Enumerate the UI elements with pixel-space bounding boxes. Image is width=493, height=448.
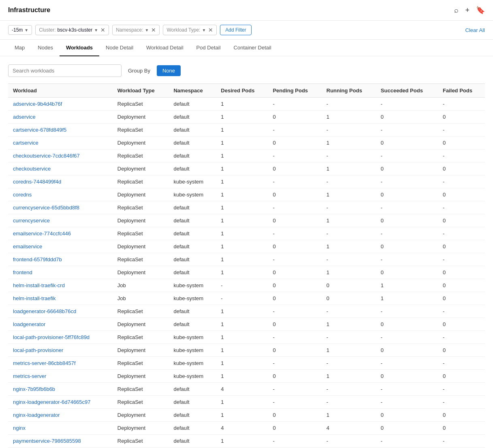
tab-workload-detail[interactable]: Workload Detail: [140, 40, 190, 56]
table-cell: -: [322, 149, 376, 162]
none-button[interactable]: None: [157, 65, 181, 76]
table-row: helm-install-traefikJobkube-system-0010: [8, 292, 485, 305]
workload-name-cell[interactable]: nginx-loadgenerator-6d74665c97: [8, 396, 113, 409]
tab-nodes[interactable]: Nodes: [31, 40, 60, 56]
tab-container-detail[interactable]: Container Detail: [227, 40, 278, 56]
tab-workloads[interactable]: Workloads: [60, 40, 99, 56]
table-cell: -: [376, 149, 438, 162]
table-cell: kube-system: [169, 175, 216, 188]
table-cell: 1: [216, 435, 268, 448]
cluster-remove-icon[interactable]: ✕: [100, 27, 105, 33]
cluster-filter[interactable]: Cluster: bscv-k3s-cluster ▼ ✕: [35, 25, 109, 35]
table-cell: 0: [438, 318, 485, 331]
table-cell: -: [268, 357, 321, 370]
workload-name-cell[interactable]: checkoutservice: [8, 162, 113, 175]
table-cell: 0: [268, 188, 321, 201]
workload-name-cell[interactable]: nginx: [8, 422, 113, 435]
table-cell: 0: [438, 214, 485, 227]
workload-name-cell[interactable]: coredns-7448499f4d: [8, 175, 113, 188]
tab-map[interactable]: Map: [8, 40, 31, 56]
table-cell: 0: [376, 240, 438, 253]
namespace-remove-icon[interactable]: ✕: [151, 27, 156, 33]
workload-name-cell[interactable]: local-path-provisioner-5ff76fc89d: [8, 331, 113, 344]
workload-name-cell[interactable]: cartservice-678fd849f5: [8, 124, 113, 137]
workload-name-cell[interactable]: local-path-provisioner: [8, 344, 113, 357]
workload-name-cell[interactable]: emailservice-774ccfc446: [8, 227, 113, 240]
workload-name-cell[interactable]: metrics-server: [8, 370, 113, 383]
content-area: Group By None Workload Workload Type Nam…: [0, 56, 493, 448]
table-cell: 1: [322, 370, 376, 383]
workload-name-cell[interactable]: currencyservice: [8, 214, 113, 227]
namespace-filter[interactable]: Namespace: ▼ ✕: [112, 25, 160, 35]
table-cell: default: [169, 137, 216, 149]
clear-all-button[interactable]: Clear All: [465, 27, 485, 33]
table-cell: kube-system: [169, 331, 216, 344]
table-cell: 0: [268, 266, 321, 279]
workload-type-filter[interactable]: Workload Type: ▼ ✕: [163, 25, 217, 35]
add-filter-button[interactable]: Add Filter: [220, 25, 251, 35]
table-row: checkoutserviceDeploymentdefault10100: [8, 162, 485, 175]
table-cell: Deployment: [113, 409, 169, 422]
table-cell: ReplicaSet: [113, 357, 169, 370]
tab-node-detail[interactable]: Node Detail: [99, 40, 140, 56]
table-row: coredns-7448499f4dReplicaSetkube-system1…: [8, 175, 485, 188]
workload-name-cell[interactable]: helm-install-traefik-crd: [8, 279, 113, 292]
table-cell: 1: [216, 318, 268, 331]
table-cell: Deployment: [113, 214, 169, 227]
table-cell: 0: [268, 214, 321, 227]
workload-name-cell[interactable]: metrics-server-86cbb8457f: [8, 357, 113, 370]
time-filter[interactable]: -15m ▼: [8, 25, 32, 35]
table-cell: Deployment: [113, 344, 169, 357]
table-cell: default: [169, 422, 216, 435]
table-cell: 0: [268, 279, 321, 292]
workload-name-cell[interactable]: nginx-loadgenerator: [8, 409, 113, 422]
filter-bar: -15m ▼ Cluster: bscv-k3s-cluster ▼ ✕ Nam…: [0, 21, 493, 40]
time-value: -15m: [12, 27, 23, 33]
table-row: loadgeneratorDeploymentdefault10100: [8, 318, 485, 331]
table-cell: 0: [322, 279, 376, 292]
workload-name-cell[interactable]: adservice: [8, 111, 113, 124]
table-cell: default: [169, 383, 216, 396]
table-cell: 0: [376, 162, 438, 175]
search-input[interactable]: [8, 64, 122, 77]
table-cell: 0: [438, 279, 485, 292]
header-icons: ⌕ + 🔖: [454, 6, 485, 15]
table-cell: 0: [438, 111, 485, 124]
col-succeeded-pods: Succeeded Pods: [376, 84, 438, 98]
bookmark-icon[interactable]: 🔖: [476, 6, 485, 15]
table-row: cartserviceDeploymentdefault10100: [8, 137, 485, 149]
workload-name-cell[interactable]: paymentservice-7986585598: [8, 435, 113, 448]
workload-name-cell[interactable]: checkoutservice-7cdc846f67: [8, 149, 113, 162]
table-cell: 1: [216, 175, 268, 188]
table-cell: ReplicaSet: [113, 98, 169, 111]
workload-name-cell[interactable]: helm-install-traefik: [8, 292, 113, 305]
workload-name-cell[interactable]: adservice-9b4d4b76f: [8, 98, 113, 111]
app-title: Infrastructure: [8, 6, 50, 14]
plus-icon[interactable]: +: [465, 6, 470, 15]
table-row: local-path-provisioner-5ff76fc89dReplica…: [8, 331, 485, 344]
workload-name-cell[interactable]: currencyservice-65d5bbd8f8: [8, 201, 113, 214]
workload-name-cell[interactable]: nginx-7b95fb6b6b: [8, 383, 113, 396]
search-icon[interactable]: ⌕: [454, 6, 459, 15]
workload-name-cell[interactable]: loadgenerator: [8, 318, 113, 331]
table-cell: 1: [216, 305, 268, 318]
workload-name-cell[interactable]: frontend: [8, 266, 113, 279]
workload-name-cell[interactable]: cartservice: [8, 137, 113, 149]
workload-name-cell[interactable]: coredns: [8, 188, 113, 201]
workload-name-cell[interactable]: emailservice: [8, 240, 113, 253]
table-cell: 1: [216, 253, 268, 266]
workload-type-remove-icon[interactable]: ✕: [208, 27, 213, 33]
table-cell: ReplicaSet: [113, 175, 169, 188]
table-row: checkoutservice-7cdc846f67ReplicaSetdefa…: [8, 149, 485, 162]
workload-name-cell[interactable]: frontend-6579fddd7b: [8, 253, 113, 266]
workload-name-cell[interactable]: loadgenerator-66648b76cd: [8, 305, 113, 318]
table-cell: 1: [322, 266, 376, 279]
table-cell: default: [169, 162, 216, 175]
tab-pod-detail[interactable]: Pod Detail: [190, 40, 227, 56]
table-cell: -: [438, 383, 485, 396]
table-cell: -: [376, 435, 438, 448]
table-row: loadgenerator-66648b76cdReplicaSetdefaul…: [8, 305, 485, 318]
table-cell: Job: [113, 292, 169, 305]
table-cell: 0: [376, 370, 438, 383]
col-workload: Workload: [8, 84, 113, 98]
